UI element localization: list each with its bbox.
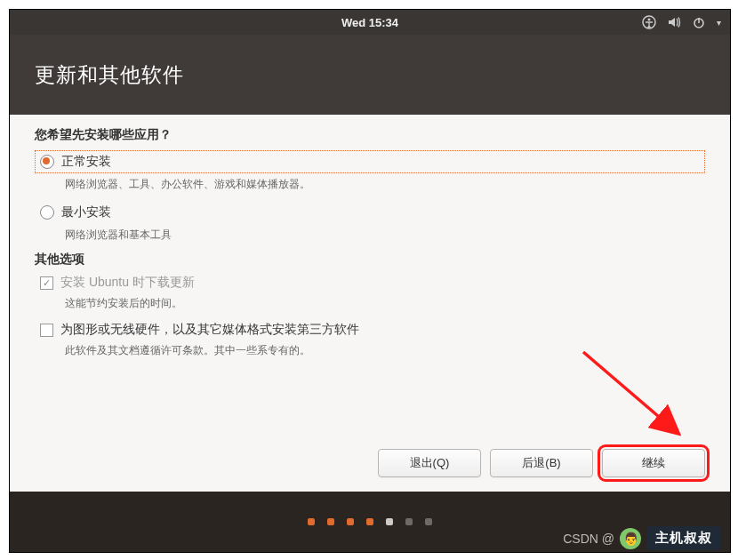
installer-body: 您希望先安装哪些应用？ 正常安装 网络浏览器、工具、办公软件、游戏和媒体播放器。…	[10, 115, 730, 492]
clock: Wed 15:34	[341, 16, 398, 29]
progress-dot	[327, 518, 334, 525]
hint-third-party: 此软件及其文档遵循许可条款。其中一些系专有的。	[65, 343, 705, 358]
radio-label: 最小安装	[61, 204, 111, 220]
radio-icon	[40, 205, 54, 220]
progress-dot	[386, 518, 393, 525]
progress-dot	[347, 518, 354, 525]
page-title: 更新和其他软件	[35, 61, 184, 89]
progress-dot	[425, 518, 432, 525]
checkbox-third-party[interactable]: 为图形或无线硬件，以及其它媒体格式安装第三方软件	[35, 320, 705, 340]
panel-indicators: ▾	[642, 10, 721, 35]
watermark-brand: 主机叔叔	[646, 526, 721, 550]
chevron-down-icon[interactable]: ▾	[717, 18, 721, 28]
radio-minimal-install[interactable]: 最小安装	[35, 201, 705, 224]
a11y-icon[interactable]	[642, 15, 656, 29]
watermark-logo-icon: 👨	[620, 528, 641, 549]
progress-dot	[405, 518, 413, 525]
svg-point-1	[648, 19, 651, 21]
radio-icon	[40, 155, 54, 169]
checkbox-icon: ✓	[40, 276, 53, 290]
radio-normal-install[interactable]: 正常安装	[35, 150, 705, 173]
top-panel: Wed 15:34 ▾	[10, 10, 730, 35]
back-button[interactable]: 后退(B)	[490, 449, 593, 477]
radio-label: 正常安装	[61, 154, 111, 170]
quit-button[interactable]: 退出(Q)	[378, 449, 481, 477]
progress-dot	[366, 518, 373, 525]
hint-minimal-install: 网络浏览器和基本工具	[65, 228, 705, 243]
checkbox-download-updates[interactable]: ✓ 安装 Ubuntu 时下载更新	[35, 273, 705, 292]
other-options-title: 其他选项	[35, 252, 705, 268]
installer-header: 更新和其他软件	[10, 35, 730, 115]
volume-icon[interactable]	[667, 15, 681, 29]
watermark: CSDN @ 👨 主机叔叔	[563, 526, 721, 550]
watermark-text: CSDN @	[563, 532, 614, 546]
progress-dot	[308, 518, 315, 525]
checkbox-label: 为图形或无线硬件，以及其它媒体格式安装第三方软件	[60, 322, 359, 338]
question-which-apps: 您希望先安装哪些应用？	[35, 127, 705, 143]
continue-button[interactable]: 继续	[602, 449, 705, 477]
power-icon[interactable]	[692, 15, 706, 29]
button-bar: 退出(Q) 后退(B) 继续	[378, 449, 705, 477]
checkbox-icon	[40, 324, 53, 337]
hint-normal-install: 网络浏览器、工具、办公软件、游戏和媒体播放器。	[65, 177, 705, 192]
checkbox-label: 安装 Ubuntu 时下载更新	[60, 275, 195, 291]
hint-download-updates: 这能节约安装后的时间。	[65, 296, 705, 311]
